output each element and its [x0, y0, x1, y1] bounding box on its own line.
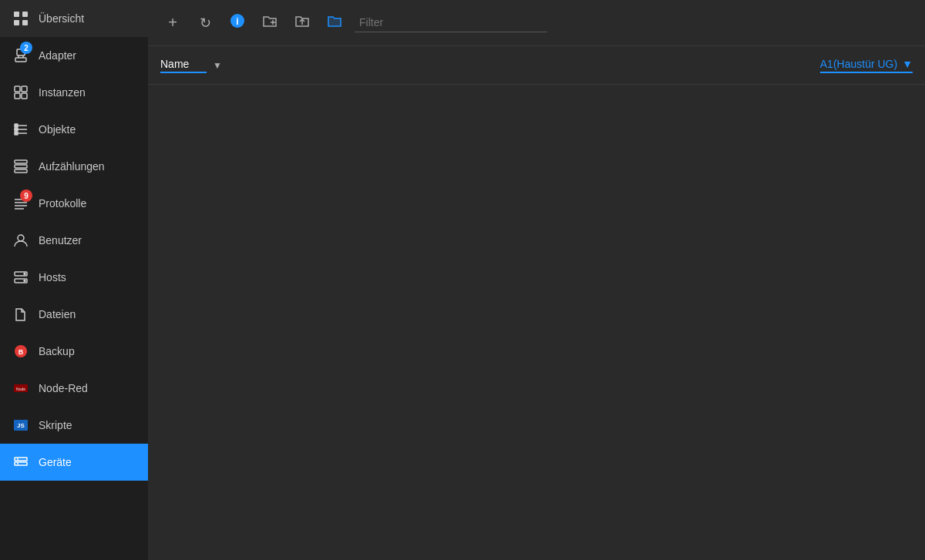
col-device[interactable]: A1(Haustür UG) ▼	[820, 58, 913, 73]
grid-icon	[12, 10, 29, 27]
svg-rect-9	[22, 86, 27, 92]
refresh-icon: ↻	[200, 15, 211, 32]
sidebar-item-geraete[interactable]: Geräte	[0, 444, 148, 481]
sidebar-item-label: Backup	[39, 345, 75, 357]
svg-rect-19	[15, 165, 27, 168]
sidebar-item-label: Objekte	[39, 123, 76, 136]
folder-icon	[327, 13, 342, 32]
toolbar: + ↻ i	[148, 0, 925, 46]
sidebar-item-dateien[interactable]: Dateien	[0, 296, 148, 333]
svg-rect-17	[15, 132, 18, 135]
sidebar-item-backup[interactable]: B Backup	[0, 333, 148, 370]
sidebar-item-adapter[interactable]: 2 Adapter	[0, 37, 148, 74]
svg-rect-7	[15, 58, 26, 62]
sidebar-item-label: Aufzählungen	[39, 160, 105, 173]
sidebar-item-hosts[interactable]: Hosts	[0, 259, 148, 296]
sidebar-item-instanzen[interactable]: Instanzen	[0, 74, 148, 111]
add-button[interactable]: +	[160, 11, 185, 35]
protokolle-badge: 9	[20, 189, 32, 202]
sidebar-item-uebersicht[interactable]: Übersicht	[0, 0, 148, 37]
svg-rect-8	[15, 86, 20, 92]
sidebar-item-label: Skripte	[39, 419, 72, 431]
sidebar-item-label: Benutzer	[39, 234, 82, 246]
nodered-icon: Node	[12, 380, 29, 397]
add-icon: +	[168, 14, 177, 32]
svg-rect-15	[15, 124, 18, 127]
device-dropdown-arrow: ▼	[902, 58, 913, 70]
svg-rect-11	[22, 93, 27, 99]
sidebar-item-objekte[interactable]: Objekte	[0, 111, 148, 148]
svg-text:i: i	[236, 16, 238, 27]
name-dropdown-arrow[interactable]: ▼	[213, 60, 222, 71]
svg-rect-0	[14, 12, 19, 17]
col-device-label: A1(Haustür UG)	[820, 58, 897, 70]
sidebar-item-benutzer[interactable]: Benutzer	[0, 222, 148, 259]
sidebar-item-label: Protokolle	[39, 197, 86, 210]
adapter-badge: 2	[20, 42, 32, 54]
info-button[interactable]: i	[225, 11, 250, 35]
refresh-button[interactable]: ↻	[193, 11, 217, 35]
backup-icon: B	[12, 343, 29, 360]
main-content: + ↻ i	[148, 0, 925, 560]
scripts-icon: JS	[12, 417, 29, 434]
sidebar-item-skripte[interactable]: JS Skripte	[0, 407, 148, 444]
sidebar: Übersicht 2 Adapter Instanzen	[0, 0, 148, 560]
devices-icon	[12, 454, 29, 471]
sidebar-item-label: Übersicht	[39, 12, 84, 25]
svg-rect-20	[15, 169, 27, 173]
col-name-underline	[160, 72, 207, 73]
svg-point-29	[24, 280, 25, 282]
sidebar-item-node-red[interactable]: Node Node-Red	[0, 370, 148, 407]
add-folder-button[interactable]	[257, 11, 282, 35]
col-name-wrapper: Name	[160, 58, 207, 73]
info-icon: i	[230, 13, 245, 32]
sidebar-item-label: Instanzen	[39, 86, 86, 99]
svg-text:B: B	[18, 348, 24, 356]
sidebar-item-protokolle[interactable]: 9 Protokolle	[0, 185, 148, 222]
hosts-icon	[12, 269, 29, 286]
folder-button[interactable]	[322, 11, 347, 35]
col-name: Name ▼	[160, 58, 820, 73]
sidebar-item-label: Node-Red	[39, 382, 88, 394]
sidebar-item-aufzaehlungen[interactable]: Aufzählungen	[0, 148, 148, 185]
svg-rect-36	[15, 458, 27, 461]
folder-up-button[interactable]	[290, 11, 314, 35]
svg-text:Node: Node	[16, 387, 25, 391]
svg-point-25	[18, 235, 24, 241]
enum-icon	[12, 158, 29, 175]
folder-up-icon	[294, 13, 310, 32]
filter-input[interactable]	[355, 13, 547, 32]
user-icon	[12, 232, 29, 249]
svg-rect-10	[15, 93, 20, 99]
table-body	[148, 85, 925, 560]
svg-rect-37	[15, 462, 27, 465]
sidebar-item-label: Hosts	[39, 271, 66, 283]
svg-rect-1	[22, 12, 28, 17]
instances-icon	[12, 84, 29, 101]
svg-rect-2	[14, 20, 19, 25]
col-name-label: Name	[160, 58, 207, 70]
add-folder-icon	[262, 13, 278, 32]
svg-rect-3	[22, 20, 28, 25]
sidebar-item-label: Geräte	[39, 456, 72, 468]
objects-icon	[12, 121, 29, 138]
files-icon	[12, 306, 29, 323]
sidebar-item-label: Dateien	[39, 308, 76, 320]
svg-point-28	[24, 273, 25, 275]
svg-rect-16	[15, 128, 18, 131]
svg-text:JS: JS	[17, 422, 25, 429]
sidebar-item-label: Adapter	[39, 49, 76, 62]
svg-rect-18	[15, 160, 27, 163]
table-header: Name ▼ A1(Haustür UG) ▼	[148, 46, 925, 85]
